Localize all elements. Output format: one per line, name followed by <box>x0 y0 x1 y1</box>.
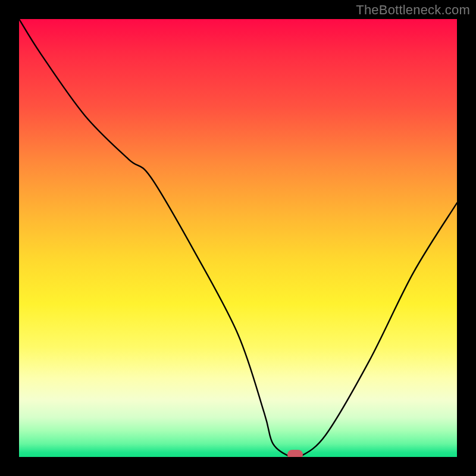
marker-pill <box>287 450 303 457</box>
chart-container: TheBottleneck.com <box>0 0 476 476</box>
plot-area <box>19 19 457 457</box>
bottleneck-curve <box>19 19 457 457</box>
curve-svg <box>19 19 457 457</box>
watermark-text: TheBottleneck.com <box>356 2 470 18</box>
